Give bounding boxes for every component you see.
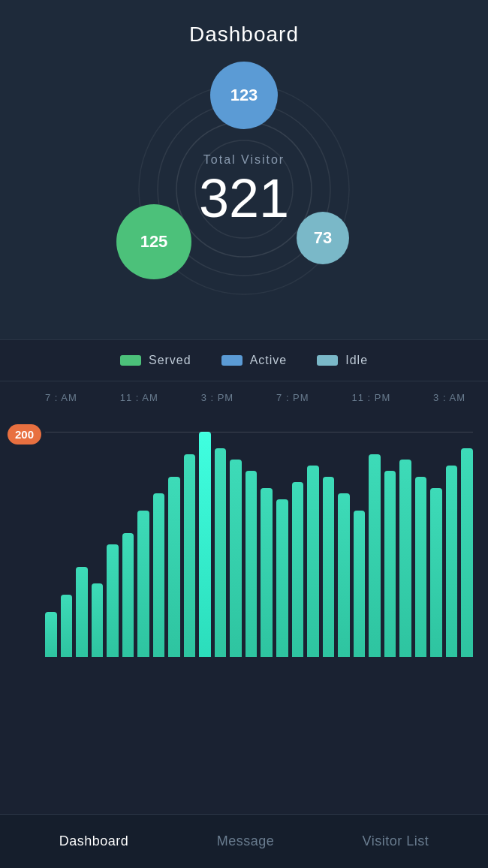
bar-1 — [61, 595, 73, 657]
bottom-nav: Dashboard Message Visitor List — [0, 814, 488, 868]
bar-21 — [369, 454, 381, 657]
bar-18 — [323, 477, 335, 657]
bar-23 — [399, 460, 411, 657]
bar-9 — [184, 454, 196, 657]
bar-26 — [446, 466, 458, 657]
time-label-3: 7 : PM — [276, 392, 309, 403]
idle-label: Idle — [345, 354, 368, 367]
bar-7 — [153, 493, 165, 657]
chart-section: 200 — [0, 409, 488, 680]
center-text: Total Visitor 321 — [199, 153, 289, 225]
time-axis: 7 : AM 11 : AM 3 : PM 7 : PM 11 : PM 3 :… — [0, 381, 488, 409]
bar-20 — [354, 511, 366, 657]
bar-19 — [338, 493, 350, 657]
served-color-swatch — [120, 355, 141, 366]
idle-color-swatch — [317, 355, 338, 366]
nav-visitor-list[interactable]: Visitor List — [348, 830, 444, 853]
nav-dashboard[interactable]: Dashboard — [44, 830, 144, 853]
chart-area: 200 — [0, 409, 488, 680]
page-title: Dashboard — [189, 23, 299, 47]
total-visitor-label: Total Visitor — [199, 153, 289, 167]
bar-14 — [261, 488, 273, 657]
bar-3 — [92, 583, 104, 657]
bubble-green: 125 — [116, 204, 191, 279]
circle-container: Total Visitor 321 123 125 73 — [124, 69, 364, 309]
bar-12 — [230, 460, 242, 657]
bars-container — [45, 417, 473, 657]
time-label-0: 7 : AM — [45, 392, 77, 403]
bubble-teal: 73 — [297, 212, 349, 264]
time-label-2: 3 : PM — [201, 392, 234, 403]
total-visitor-value: 321 — [199, 171, 289, 225]
legend-active: Active — [221, 354, 288, 367]
bar-22 — [384, 471, 396, 657]
bar-6 — [137, 511, 149, 657]
nav-message[interactable]: Message — [202, 830, 290, 853]
served-label: Served — [149, 354, 191, 367]
bar-17 — [307, 466, 319, 657]
top-section: Dashboard Total Visitor 321 123 125 73 — [0, 0, 488, 339]
legend-idle: Idle — [317, 354, 368, 367]
bubble-blue: 123 — [210, 62, 278, 129]
active-label: Active — [250, 354, 288, 367]
time-label-4: 11 : PM — [351, 392, 390, 403]
legend-served: Served — [120, 354, 191, 367]
chart-200-line — [45, 432, 473, 432]
bar-27 — [461, 448, 473, 657]
bar-13 — [246, 471, 258, 657]
time-label-5: 3 : AM — [433, 392, 465, 403]
bar-10 — [199, 432, 211, 657]
bar-2 — [76, 567, 88, 657]
active-color-swatch — [221, 355, 242, 366]
chart-200-badge: 200 — [8, 424, 41, 445]
legend-section: Served Active Idle — [0, 339, 488, 381]
bar-0 — [45, 612, 57, 657]
bar-5 — [122, 533, 134, 657]
bar-11 — [215, 448, 227, 657]
bar-16 — [292, 482, 304, 657]
bar-24 — [415, 477, 427, 657]
time-label-1: 11 : AM — [120, 392, 158, 403]
bar-4 — [107, 544, 119, 657]
bar-15 — [276, 499, 288, 657]
bar-8 — [168, 477, 180, 657]
bar-25 — [430, 488, 442, 657]
